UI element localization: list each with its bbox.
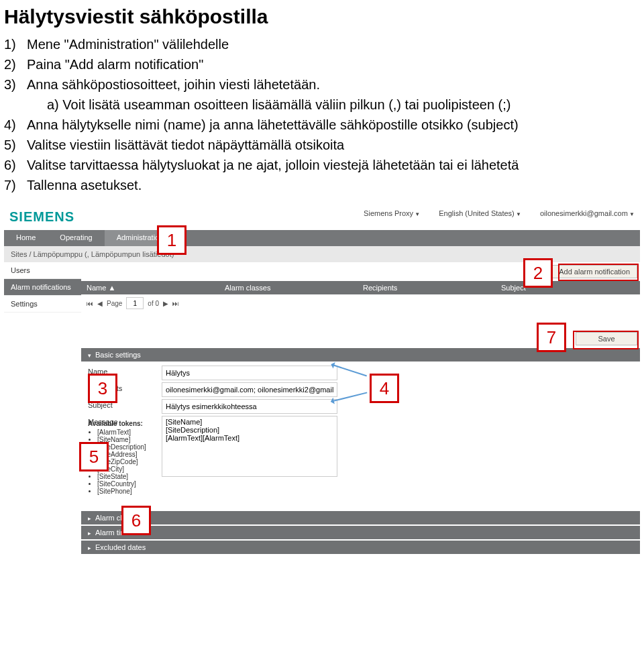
table-header: Name ▲ Alarm classes Recipients Subject [81, 281, 640, 294]
section-alarm-classes[interactable]: Alarm classes [81, 511, 640, 524]
pager-first-icon[interactable]: ⏮ [87, 300, 93, 307]
name-input[interactable] [162, 366, 337, 380]
col-subject[interactable]: Subject [496, 284, 640, 292]
save-button[interactable]: Save [576, 332, 637, 345]
sort-icon: ▲ [108, 284, 115, 292]
chevron-down-icon [88, 351, 91, 359]
annotation-6: 6 [121, 506, 151, 535]
col-name[interactable]: Name ▲ [81, 284, 219, 292]
user-menu[interactable]: oilonesimerkki@gmail.com [540, 209, 635, 217]
col-classes[interactable]: Alarm classes [219, 284, 358, 292]
chevron-right-icon [88, 528, 91, 537]
pager-last-icon[interactable]: ⏭ [172, 300, 179, 307]
sidebar-item-alarm-notifications[interactable]: Alarm notifications [4, 279, 81, 296]
annotation-1: 1 [157, 225, 186, 255]
token-item[interactable]: [SiteCountry] [97, 480, 162, 488]
pager-page-input[interactable] [126, 297, 144, 309]
tab-home[interactable]: Home [4, 230, 48, 246]
subject-input[interactable] [162, 399, 337, 414]
section-excluded-dates[interactable]: Excluded dates [81, 541, 640, 554]
annotation-7: 7 [537, 323, 566, 352]
token-item[interactable]: [SitePhone] [97, 488, 162, 495]
pager: ⏮ ◀ Page of 0 ▶ ⏭ [81, 294, 640, 312]
add-alarm-button[interactable]: Add alarm notification [551, 265, 637, 278]
col-recipients[interactable]: Recipients [358, 284, 496, 292]
tab-operating[interactable]: Operating [48, 230, 104, 246]
app-screenshot: SIEMENS Siemens Proxy English (United St… [4, 205, 640, 554]
instruction-list: 1)Mene "Administration" välilehdelle 2)P… [0, 35, 644, 203]
message-textarea[interactable] [162, 416, 337, 477]
token-item[interactable]: [SiteState] [97, 473, 162, 480]
annotation-5: 5 [79, 442, 109, 471]
token-item[interactable]: [AlarmText] [97, 429, 162, 436]
sidebar-item-settings[interactable]: Settings [4, 296, 81, 313]
language-menu[interactable]: English (United States) [439, 209, 521, 217]
pager-next-icon[interactable]: ▶ [163, 300, 168, 307]
chevron-right-icon [88, 543, 91, 551]
recipients-input[interactable] [162, 382, 337, 397]
logo: SIEMENS [9, 209, 74, 225]
page-title: Hälytysviestit sähköpostilla [0, 5, 644, 35]
proxy-menu[interactable]: Siemens Proxy [364, 209, 420, 217]
chevron-right-icon [88, 514, 91, 522]
section-alarm-times[interactable]: Alarm times [81, 526, 640, 539]
pager-prev-icon[interactable]: ◀ [97, 300, 103, 307]
annotation-4: 4 [370, 374, 399, 403]
annotation-2: 2 [523, 258, 553, 288]
navbar: Home Operating Administration [4, 230, 640, 246]
annotation-3: 3 [88, 374, 117, 403]
sidebar-item-users[interactable]: Users [4, 262, 81, 279]
